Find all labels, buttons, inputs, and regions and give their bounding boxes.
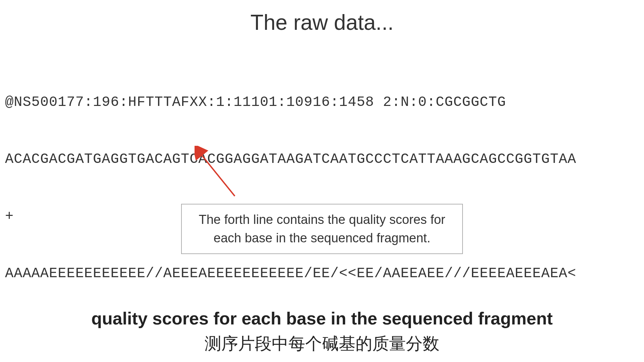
subtitle-caption: quality scores for each base in the sequ… <box>0 307 644 355</box>
slide-title: The raw data... <box>0 10 644 35</box>
annotation-callout: The forth line contains the quality scor… <box>181 204 463 254</box>
fastq-sequence-line: ACACGACGATGAGGTGACAGTCACGGAGGATAAGATCAAT… <box>5 150 639 169</box>
svg-line-1 <box>200 153 235 196</box>
subtitle-chinese: 测序片段中每个碱基的质量分数 <box>0 332 644 355</box>
subtitle-english: quality scores for each base in the sequ… <box>0 307 644 330</box>
fastq-header-line: @NS500177:196:HFTTTAFXX:1:11101:10916:14… <box>5 93 639 112</box>
fastq-quality-line: AAAAAEEEEEEEEEEE//AEEEAEEEEEEEEEEE/EE/<<… <box>5 264 639 283</box>
fastq-record: @NS500177:196:HFTTTAFXX:1:11101:10916:14… <box>0 55 644 302</box>
annotation-arrow <box>195 146 241 196</box>
